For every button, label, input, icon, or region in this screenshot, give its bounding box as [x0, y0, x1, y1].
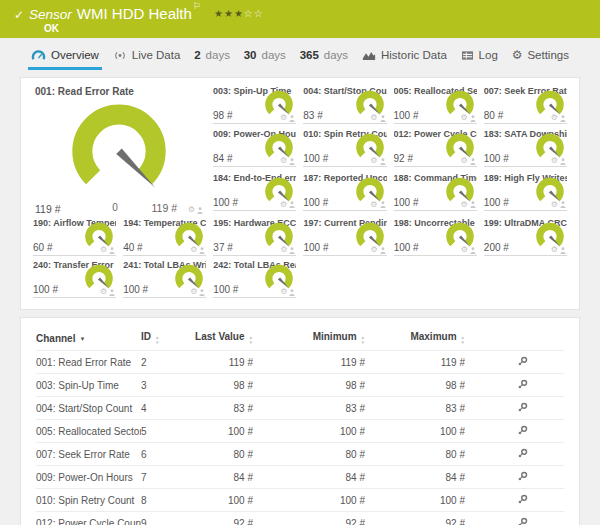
- person-icon[interactable]: [380, 201, 386, 208]
- gear-icon[interactable]: ⚙: [370, 114, 377, 122]
- gear-icon[interactable]: ⚙: [551, 246, 558, 254]
- gear-icon[interactable]: ⚙: [280, 201, 287, 209]
- person-icon[interactable]: [289, 115, 295, 122]
- person-icon[interactable]: [289, 158, 295, 165]
- gear-icon[interactable]: ⚙: [280, 114, 287, 122]
- mini-gauge-panel[interactable]: 190: Airflow Temperat...60 #⚙: [33, 218, 116, 256]
- person-icon[interactable]: [380, 247, 386, 254]
- tab-log[interactable]: Log: [458, 43, 501, 70]
- tab-unit: days: [262, 49, 286, 61]
- channel-settings-icon[interactable]: [517, 425, 528, 436]
- gear-icon[interactable]: ⚙: [190, 246, 197, 254]
- gear-icon[interactable]: ⚙: [280, 288, 287, 296]
- gear-icon[interactable]: ⚙: [188, 206, 195, 214]
- mini-gauge-panel[interactable]: 183: SATA Downshift E...100 #⚙: [484, 129, 567, 167]
- mini-gauge-panel[interactable]: 009: Power-On Hours84 #⚙: [213, 129, 296, 167]
- person-icon[interactable]: [380, 158, 386, 165]
- column-header-last-value[interactable]: Last Value▲▼: [183, 328, 253, 351]
- flag-icon[interactable]: ⚐: [193, 1, 201, 11]
- mini-gauge-panel[interactable]: 010: Spin Retry Count100 #⚙: [303, 129, 386, 167]
- person-icon[interactable]: [289, 201, 295, 208]
- channel-settings-icon[interactable]: [517, 494, 528, 505]
- tab-365-days[interactable]: 365days: [297, 43, 351, 70]
- gear-icon[interactable]: ⚙: [461, 246, 468, 254]
- person-icon[interactable]: [560, 115, 566, 122]
- gear-icon[interactable]: ⚙: [370, 246, 377, 254]
- mini-gauge-panel[interactable]: 241: Total LBAs Written100 #⚙: [123, 260, 206, 298]
- star-icon[interactable]: ☆: [254, 8, 264, 19]
- mini-gauge-panel[interactable]: 184: End-to-End error /...100 #⚙: [213, 173, 296, 211]
- gauge-value: 100 #: [394, 110, 419, 121]
- gear-icon[interactable]: ⚙: [551, 201, 558, 209]
- priority-stars[interactable]: ★★★☆☆: [214, 8, 264, 19]
- person-icon[interactable]: [560, 247, 566, 254]
- person-icon[interactable]: [199, 289, 205, 296]
- gauge-footer-icons: ⚙: [100, 288, 115, 296]
- gear-icon[interactable]: ⚙: [280, 246, 287, 254]
- person-icon[interactable]: [289, 247, 295, 254]
- channel-settings-icon[interactable]: [517, 356, 528, 367]
- tab-settings[interactable]: ⚙Settings: [509, 43, 572, 70]
- mini-gauge-panel[interactable]: 187: Reported Uncorre...100 #⚙: [303, 173, 386, 211]
- column-header-id[interactable]: ID▲▼: [141, 328, 183, 351]
- mini-gauge-panel[interactable]: 004: Start/Stop Count83 #⚙: [303, 86, 386, 124]
- person-icon[interactable]: [380, 115, 386, 122]
- mini-gauge-panel[interactable]: 189: High Fly Writes100 #⚙: [484, 173, 567, 211]
- gear-icon[interactable]: ⚙: [190, 288, 197, 296]
- tab-overview[interactable]: Overview: [28, 43, 102, 70]
- channel-settings-icon[interactable]: [517, 471, 528, 482]
- tab-historic-data[interactable]: Historic Data: [359, 43, 450, 70]
- cell-channel: 009: Power-On Hours: [36, 466, 141, 489]
- column-header-channel[interactable]: Channel▼: [36, 328, 141, 351]
- channel-settings-icon[interactable]: [517, 517, 528, 525]
- mini-gauge-panel[interactable]: 188: Command Timeout100 #⚙: [394, 173, 477, 211]
- gear-icon[interactable]: ⚙: [370, 201, 377, 209]
- mini-gauge-panel[interactable]: 197: Current Pending S...100 #⚙: [303, 218, 386, 256]
- gear-icon[interactable]: ⚙: [461, 157, 468, 165]
- gear-icon[interactable]: ⚙: [461, 114, 468, 122]
- person-icon[interactable]: [560, 201, 566, 208]
- person-icon[interactable]: [289, 289, 295, 296]
- person-icon[interactable]: [470, 158, 476, 165]
- gear-icon[interactable]: ⚙: [100, 246, 107, 254]
- person-icon[interactable]: [109, 247, 115, 254]
- star-icon[interactable]: ★: [234, 8, 244, 19]
- tab-live-data[interactable]: Live Data: [110, 43, 184, 70]
- mini-gauge-panel[interactable]: 242: Total LBAs Read100 #⚙: [213, 260, 296, 298]
- gear-icon[interactable]: ⚙: [551, 157, 558, 165]
- tab-2-days[interactable]: 2days: [191, 43, 233, 70]
- person-icon[interactable]: [199, 247, 205, 254]
- mini-gauge-panel[interactable]: 240: Transfer Error Rate100 #⚙: [33, 260, 116, 298]
- gear-icon[interactable]: ⚙: [280, 157, 287, 165]
- mini-gauge-panel[interactable]: 007: Seek Error Rate80 #⚙: [484, 86, 567, 124]
- gear-icon[interactable]: ⚙: [370, 157, 377, 165]
- gear-icon[interactable]: ⚙: [461, 201, 468, 209]
- mini-gauge-panel[interactable]: 198: Uncorrectable Se...100 #⚙: [394, 218, 477, 256]
- mini-gauge-panel[interactable]: 194: Temperature Cels...40 #⚙: [123, 218, 206, 256]
- channel-settings-icon[interactable]: [517, 402, 528, 413]
- mini-gauge-panel[interactable]: 195: Hardware ECC Re...37 #⚙: [213, 218, 296, 256]
- star-icon[interactable]: ★: [224, 8, 234, 19]
- person-icon[interactable]: [470, 247, 476, 254]
- person-icon[interactable]: [109, 289, 115, 296]
- person-icon[interactable]: [560, 158, 566, 165]
- main-gauge-panel[interactable]: 001: Read Error Rate 119 # 0 119 # ⚙: [33, 86, 205, 216]
- column-header-minimum[interactable]: Minimum▲▼: [253, 328, 365, 351]
- person-icon[interactable]: [197, 207, 203, 214]
- star-icon[interactable]: ★: [214, 8, 224, 19]
- column-header-maximum[interactable]: Maximum▲▼: [365, 328, 465, 351]
- mini-gauge-panel[interactable]: 003: Spin-Up Time98 #⚙: [213, 86, 296, 124]
- tab-30-days[interactable]: 30days: [241, 43, 289, 70]
- channel-settings-icon[interactable]: [517, 379, 528, 390]
- mini-gauge-panel[interactable]: 199: UltraDMA CRC Err...200 #⚙: [484, 218, 567, 256]
- gauge-value: 100 #: [213, 284, 238, 295]
- mini-gauge-panel[interactable]: 005: Reallocated Secto...100 #⚙: [394, 86, 477, 124]
- star-icon[interactable]: ☆: [244, 8, 254, 19]
- gear-icon[interactable]: ⚙: [551, 114, 558, 122]
- gear-icon[interactable]: ⚙: [100, 288, 107, 296]
- person-icon[interactable]: [470, 115, 476, 122]
- mini-gauge-panel[interactable]: 012: Power Cycle Count92 #⚙: [394, 129, 477, 167]
- person-icon[interactable]: [470, 201, 476, 208]
- channel-settings-icon[interactable]: [517, 448, 528, 459]
- gauge-value: 100 #: [484, 153, 509, 164]
